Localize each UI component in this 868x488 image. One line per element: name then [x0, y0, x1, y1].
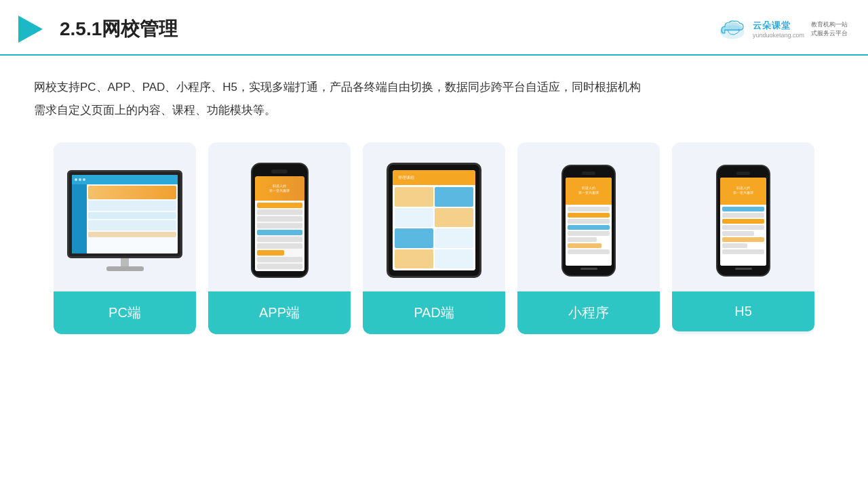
card-miniprogram-label: 小程序 [517, 291, 660, 334]
content-block-4 [88, 220, 176, 230]
content-block-1 [88, 186, 176, 199]
phone-row-1 [257, 203, 302, 208]
phone-row-6 [257, 237, 302, 242]
monitor-neck [121, 258, 129, 266]
description-text: 网校支持PC、APP、PAD、小程序、H5，实现多端打通，产品各终端自由切换，数… [34, 76, 834, 122]
card-miniprogram: 职进人的第一堂兴趣课 [517, 142, 660, 334]
card-pad: 管理课程 [363, 142, 505, 334]
main-content: 网校支持PC、APP、PAD、小程序、H5，实现多端打通，产品各终端自由切换，数… [0, 56, 868, 348]
monitor-screen [72, 175, 178, 253]
screen-sidebar [72, 184, 87, 253]
phone-row-7 [257, 243, 302, 249]
tablet-block-7 [395, 249, 433, 269]
card-app-label: APP端 [208, 291, 351, 334]
phone-notch-small-2 [736, 171, 750, 175]
card-app-image: 职进人的第一堂兴趣课 [208, 142, 351, 291]
header-left: 2.5.1网校管理 [14, 12, 178, 46]
phone-home-indicator-2 [735, 268, 752, 270]
tablet-block-5 [395, 228, 433, 248]
tablet-block-2 [435, 187, 473, 207]
page-title: 2.5.1网校管理 [60, 16, 178, 42]
h5-top-text: 职进人的第一堂兴趣课 [733, 186, 753, 195]
screen-body [72, 184, 178, 253]
phone-row-8 [257, 250, 284, 256]
tablet-header: 管理课程 [393, 170, 475, 185]
card-h5: 职进人的第一堂兴趣课 [672, 142, 814, 334]
brand-logo: 云朵课堂 yunduoketang.com 教育机构一站 式服务云平台 [716, 17, 848, 41]
tablet-body [393, 185, 475, 270]
svg-marker-0 [18, 16, 43, 43]
h5-device: 职进人的第一堂兴趣课 [716, 165, 770, 277]
phone-row-10 [257, 264, 302, 269]
phone-frame: 职进人的第一堂兴趣课 [251, 163, 309, 278]
tablet-screen: 管理课程 [393, 170, 475, 270]
phone-screen-bottom [255, 201, 304, 271]
tablet-block-4 [435, 208, 473, 228]
mini-top-text: 职进人的第一堂兴趣课 [578, 186, 599, 195]
screen-content [87, 184, 178, 253]
content-block-5 [88, 232, 176, 237]
content-block-3 [88, 212, 176, 219]
card-app: 职进人的第一堂兴趣课 [208, 142, 351, 334]
card-pad-label: PAD端 [363, 291, 505, 334]
card-miniprogram-image: 职进人的第一堂兴趣课 [517, 142, 660, 291]
card-h5-image: 职进人的第一堂兴趣课 [672, 142, 814, 291]
brand-slogan-line1: 教育机构一站 [811, 21, 848, 28]
pc-device [67, 170, 182, 271]
app-logo [14, 12, 47, 46]
phone-row-4 [257, 223, 302, 228]
tablet-block-8 [435, 249, 473, 269]
phone-row-3 [257, 216, 302, 222]
phone-home-indicator-1 [580, 268, 597, 270]
tablet-header-text: 管理课程 [398, 175, 414, 181]
mini-screen-bottom [566, 205, 612, 266]
brand-slogan: 教育机构一站 式服务云平台 [811, 20, 848, 37]
phone-notch [271, 169, 288, 174]
phone-screen: 职进人的第一堂兴趣课 [255, 176, 304, 271]
phone-row-2 [257, 209, 302, 215]
phone-row-9 [257, 257, 302, 262]
brand-url: yunduoketang.com [753, 32, 804, 39]
tablet-block-1 [395, 187, 433, 207]
brand-slogan-line2: 式服务云平台 [811, 30, 848, 37]
card-pc: PC端 [54, 142, 196, 334]
app-device: 职进人的第一堂兴趣课 [251, 163, 309, 278]
mini-screen-top: 职进人的第一堂兴趣课 [566, 178, 612, 205]
tablet-block-6 [435, 228, 473, 248]
monitor-frame [67, 170, 182, 258]
cloud-icon [716, 17, 749, 41]
card-h5-label: H5 [672, 291, 814, 331]
phone-frame-small-2: 职进人的第一堂兴趣课 [716, 165, 770, 277]
mini-screen: 职进人的第一堂兴趣课 [566, 178, 612, 266]
pad-device: 管理课程 [387, 163, 481, 278]
page-header: 2.5.1网校管理 云朵课堂 yunduoketang.com 教育机构一站 式… [0, 0, 868, 56]
card-pc-label: PC端 [54, 291, 196, 334]
h5-screen-bottom [720, 205, 766, 266]
phone-screen-top: 职进人的第一堂兴趣课 [255, 176, 304, 201]
card-pad-image: 管理课程 [363, 142, 505, 291]
phone-top-text: 职进人的第一堂兴趣课 [269, 184, 290, 193]
phone-frame-small-1: 职进人的第一堂兴趣课 [561, 165, 616, 277]
brand-name: 云朵课堂 [753, 20, 791, 32]
phone-notch-small-1 [582, 171, 595, 175]
screen-header-bar [72, 175, 178, 184]
miniprogram-device: 职进人的第一堂兴趣课 [561, 165, 616, 277]
cards-container: PC端 职进人的第一堂兴趣课 [34, 142, 834, 334]
h5-screen-top: 职进人的第一堂兴趣课 [720, 178, 766, 205]
tablet-frame: 管理课程 [387, 163, 481, 278]
tablet-block-3 [395, 208, 433, 228]
content-block-2 [88, 201, 176, 211]
brand-text-block: 云朵课堂 yunduoketang.com [753, 20, 804, 39]
phone-row-5 [257, 230, 302, 235]
monitor-base [106, 266, 144, 271]
h5-screen: 职进人的第一堂兴趣课 [720, 178, 766, 266]
card-pc-image [54, 142, 196, 291]
